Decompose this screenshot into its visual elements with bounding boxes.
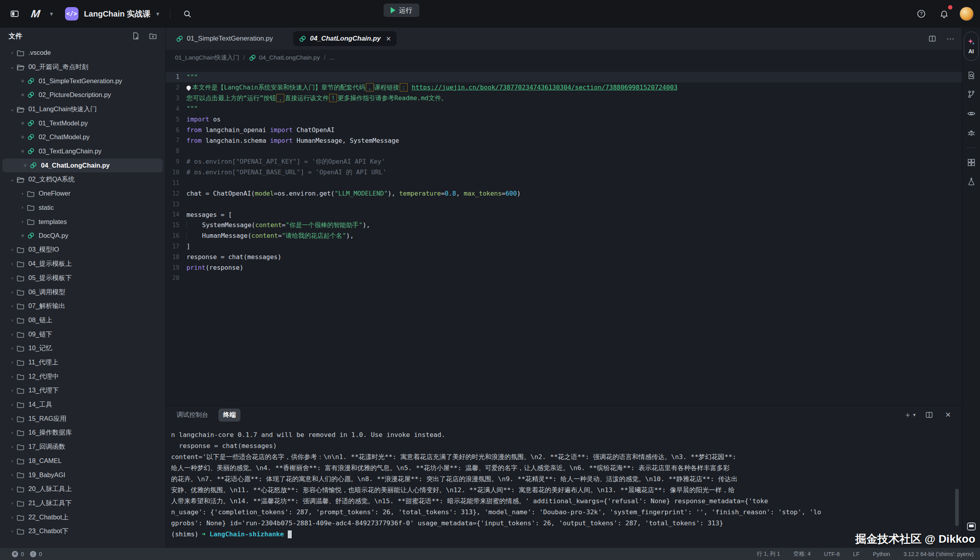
split-terminal-icon[interactable] — [923, 409, 935, 421]
open-in-desktop-icon[interactable] — [966, 521, 976, 532]
tree-chevron-icon[interactable]: › — [9, 458, 16, 464]
code-line[interactable]: 13 — [166, 199, 962, 209]
tree-chevron-icon[interactable]: › — [9, 472, 16, 478]
tree-chevron-icon[interactable]: › — [9, 275, 16, 281]
tree-chevron-icon[interactable]: › — [9, 515, 16, 520]
run-button[interactable]: 运行 — [384, 4, 419, 17]
tree-chevron-icon[interactable]: › — [9, 360, 16, 365]
code-editor[interactable]: 1"""2本文件是【LangChain系统安装和快速入门】章节的配套代码，课程链… — [166, 65, 962, 405]
split-editor-icon[interactable] — [926, 33, 938, 45]
tree-chevron-icon[interactable]: › — [9, 430, 16, 435]
tree-chevron-icon[interactable]: › — [9, 247, 16, 252]
tree-item[interactable]: ›23_Chatbot下 — [0, 524, 165, 538]
tree-chevron-icon[interactable]: ⌄ — [9, 177, 16, 182]
editor-tab-active[interactable]: 04_ChatLongChain.py✕ — [293, 31, 397, 46]
tree-item[interactable]: DocQA.py — [0, 229, 165, 243]
code-line[interactable]: 4""" — [166, 104, 962, 114]
tree-chevron-icon[interactable]: › — [19, 191, 26, 196]
tree-item[interactable]: ⌄02_文档QA系统 — [0, 172, 165, 187]
more-actions-icon[interactable]: ⋯ — [945, 33, 956, 45]
code-line[interactable]: 7from langchain.schema import HumanMessa… — [166, 135, 962, 146]
code-line[interactable]: 1""" — [166, 72, 962, 82]
tree-item[interactable]: ›17_回调函数 — [0, 440, 165, 454]
status-item[interactable]: UTF-8 — [824, 551, 840, 557]
tree-item[interactable]: ⌄00_开篇词_奇点时刻 — [0, 60, 165, 74]
tree-chevron-icon[interactable]: › — [9, 289, 16, 295]
logo-chevron-down-icon[interactable]: ▼ — [49, 11, 54, 17]
code-line[interactable]: 19print(response) — [166, 262, 962, 273]
project-switcher[interactable]: </> LangChain 实战课 ▼ — [65, 7, 160, 21]
tree-chevron-icon[interactable]: › — [9, 317, 16, 323]
tree-chevron-icon[interactable]: › — [9, 303, 16, 309]
tree-chevron-icon[interactable]: › — [9, 500, 16, 506]
status-item[interactable]: Python — [873, 551, 890, 557]
code-line[interactable]: 11 — [166, 177, 962, 188]
tree-item[interactable]: ›20_人脉工具上 — [0, 482, 165, 496]
tree-chevron-icon[interactable]: › — [9, 528, 16, 534]
tree-item[interactable]: ›templates — [0, 215, 165, 229]
tree-item[interactable]: ›19_BabyAGI — [0, 468, 165, 482]
code-line[interactable]: 18response = chat(messages) — [166, 252, 962, 262]
status-item[interactable]: LF — [853, 551, 859, 557]
ide-logo[interactable]: M — [28, 6, 43, 21]
tree-item[interactable]: 04_ChatLongChain.py — [2, 159, 163, 173]
git-branch-icon[interactable] — [967, 90, 976, 99]
help-icon[interactable]: ? — [914, 6, 929, 21]
breadcrumb-item[interactable]: 04_ChatLongChain.py — [249, 54, 320, 62]
code-line[interactable]: 15 SystemMessage(content="你是一个很棒的智能助手"), — [166, 220, 962, 231]
code-line[interactable]: 5import os — [166, 114, 962, 125]
ai-assistant-button[interactable]: AI — [964, 32, 979, 61]
breadcrumb-item[interactable]: ... — [330, 54, 335, 61]
tree-item[interactable]: ›07_解析输出 — [0, 299, 165, 313]
terminal-scrollbar[interactable] — [955, 489, 959, 526]
tree-chevron-icon[interactable]: › — [9, 332, 16, 337]
tree-chevron-icon[interactable]: › — [9, 444, 16, 450]
code-line[interactable]: 20 — [166, 273, 962, 284]
toggle-sidebar-icon[interactable] — [7, 6, 22, 21]
editor-tab[interactable]: 01_SimpleTextGeneration.py — [170, 28, 279, 50]
status-item[interactable]: 空格: 4 — [794, 551, 811, 558]
tree-item[interactable]: ›22_Chatbot上 — [0, 510, 165, 525]
new-terminal-icon[interactable]: ＋▼ — [904, 409, 916, 421]
tree-chevron-icon[interactable]: › — [19, 219, 26, 224]
tree-chevron-icon[interactable]: ⌄ — [9, 64, 16, 70]
status-item[interactable]: 3.12.2 64-bit ('shims': pyenv) — [904, 551, 974, 557]
grid-icon[interactable] — [967, 158, 976, 167]
tree-item[interactable]: ›06_调用模型 — [0, 285, 165, 299]
terminal-prompt[interactable]: (shims)➜LangChain-shizhanke — [171, 529, 954, 540]
tree-item[interactable]: ›09_链下 — [0, 327, 165, 342]
user-avatar[interactable] — [960, 7, 974, 21]
tree-chevron-icon[interactable]: › — [9, 388, 16, 393]
tree-item[interactable]: ›03_模型IO — [0, 243, 165, 257]
tree-chevron-icon[interactable]: › — [19, 205, 26, 210]
status-item[interactable]: 行 1, 列 1 — [757, 551, 780, 558]
tree-item[interactable]: ›14_工具 — [0, 398, 165, 412]
file-search-icon[interactable] — [967, 71, 976, 80]
tree-item[interactable]: ›16_操作数据库 — [0, 426, 165, 440]
code-line[interactable]: 9# os.environ["OPENAI_API_KEY"] = '你的Ope… — [166, 157, 962, 167]
flask-icon[interactable] — [967, 177, 976, 186]
code-line[interactable]: 2本文件是【LangChain系统安装和快速入门】章节的配套代码，课程链接： h… — [166, 82, 962, 93]
lightbulb-pin-icon[interactable] — [186, 84, 192, 91]
tree-chevron-icon[interactable]: › — [9, 402, 16, 407]
tree-chevron-icon[interactable]: › — [9, 374, 16, 379]
search-icon[interactable] — [180, 6, 195, 21]
panel-tab-terminal-active[interactable]: 终端 — [218, 409, 240, 422]
tree-item[interactable]: 03_TextLangChain.py — [0, 144, 165, 159]
tree-chevron-icon[interactable]: › — [9, 416, 16, 422]
code-line[interactable]: 16 HumanMessage(content="请给我的花店起个名"), — [166, 231, 962, 241]
code-line[interactable]: 12chat = ChatOpenAI(model=os.environ.get… — [166, 188, 962, 199]
tree-item[interactable]: ›18_CAMEL — [0, 454, 165, 468]
eye-icon[interactable] — [967, 109, 976, 118]
tree-item[interactable]: ›15_RAG应用 — [0, 412, 165, 426]
problems-indicator[interactable]: ✕ 0 ! 0 — [12, 551, 42, 557]
new-folder-icon[interactable] — [147, 30, 159, 42]
tree-item[interactable]: ›11_代理上 — [0, 355, 165, 370]
tree-item[interactable]: ›05_提示模板下 — [0, 271, 165, 285]
tree-item[interactable]: ›21_人脉工具下 — [0, 496, 165, 510]
tree-chevron-icon[interactable]: › — [9, 261, 16, 267]
tree-item[interactable]: ›10_记忆 — [0, 341, 165, 355]
tree-item[interactable]: ›OneFlower — [0, 187, 165, 201]
close-panel-icon[interactable]: ✕ — [942, 409, 954, 421]
code-line[interactable]: 14messages = [ — [166, 209, 962, 220]
